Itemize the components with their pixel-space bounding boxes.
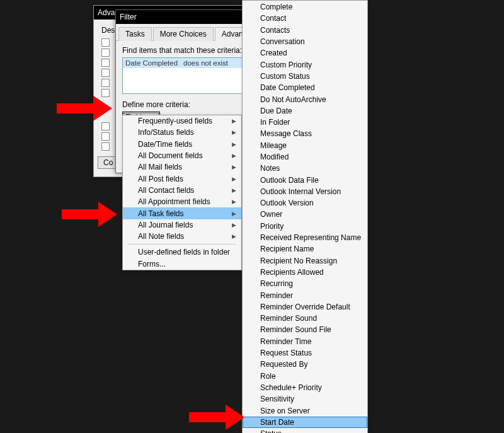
menu-item[interactable]: All Document fields▶ <box>123 150 241 161</box>
menu-item-label: All Task fields <box>138 209 183 218</box>
menu-item[interactable]: Frequently-used fields▶ <box>123 115 241 127</box>
menu-item[interactable]: Contacts <box>243 25 367 36</box>
menu-item[interactable]: Request Status <box>243 347 367 359</box>
menu-item[interactable]: Recipient Name <box>243 243 367 255</box>
menu-item-label: Forms... <box>138 260 166 268</box>
menu-item-label: User-defined fields in folder <box>138 248 230 257</box>
menu-item-label: Do Not AutoArchive <box>260 95 326 104</box>
menu-item-label: All Document fields <box>138 151 203 160</box>
menu-item[interactable]: Custom Priority <box>243 59 367 70</box>
menu-item[interactable]: Reminder Sound File <box>243 324 367 335</box>
menu-item[interactable]: Role <box>243 371 367 382</box>
field-category-menu: Frequently-used fields▶Info/Status field… <box>122 115 242 270</box>
menu-item-label: Conversation <box>260 37 305 46</box>
menu-item-label: All Post fields <box>138 175 183 183</box>
menu-item[interactable]: Received Representing Name <box>243 232 367 243</box>
menu-item[interactable]: All Contact fields▶ <box>123 185 241 196</box>
menu-item[interactable]: Sensitivity <box>243 393 367 405</box>
tab-more-choices[interactable]: More Choices <box>153 27 214 41</box>
checkbox-icon <box>101 59 110 67</box>
menu-item[interactable]: Do Not AutoArchive <box>243 93 367 105</box>
checkbox-icon <box>101 49 110 57</box>
menu-item[interactable]: Start Date <box>243 417 367 428</box>
menu-item-label: Custom Priority <box>260 61 312 69</box>
menu-item-label: Date/Time fields <box>138 140 192 149</box>
menu-item[interactable]: In Folder <box>243 117 367 128</box>
menu-item-label: Requested By <box>260 360 307 369</box>
menu-item[interactable]: Requested By <box>243 359 367 370</box>
menu-item[interactable]: User-defined fields in folder <box>123 246 241 258</box>
checkbox-icon <box>101 132 110 141</box>
chevron-right-icon: ▶ <box>232 141 236 147</box>
chevron-right-icon: ▶ <box>232 211 236 217</box>
menu-item-label: All Journal fields <box>138 221 193 229</box>
menu-item-label: Message Class <box>260 129 312 138</box>
menu-item[interactable]: Status <box>243 428 367 433</box>
menu-item[interactable]: Priority <box>243 221 367 232</box>
menu-item[interactable]: Conversation <box>243 36 367 47</box>
menu-item[interactable]: All Post fields▶ <box>123 173 241 184</box>
menu-separator <box>128 244 236 245</box>
menu-item-label: Size on Server <box>260 407 310 415</box>
menu-item[interactable]: Outlook Internal Version <box>243 186 367 197</box>
tab-tasks[interactable]: Tasks <box>118 27 152 41</box>
menu-item[interactable]: Reminder <box>243 289 367 301</box>
menu-item[interactable]: Forms... <box>123 258 241 270</box>
menu-item-label: All Appointment fields <box>138 197 210 206</box>
menu-item-label: Outlook Internal Version <box>260 187 341 196</box>
chevron-right-icon: ▶ <box>232 129 236 136</box>
menu-item[interactable]: Size on Server <box>243 405 367 416</box>
annotation-arrow-icon <box>189 405 252 430</box>
menu-item[interactable]: Info/Status fields▶ <box>123 127 241 138</box>
menu-item-label: Reminder Sound <box>260 314 317 323</box>
menu-item-label: Priority <box>260 222 284 231</box>
menu-item[interactable]: All Task fields▶ <box>123 207 241 219</box>
menu-item[interactable]: All Journal fields▶ <box>123 219 241 231</box>
menu-item[interactable]: Reminder Sound <box>243 313 367 324</box>
menu-item[interactable]: All Mail fields▶ <box>123 161 241 173</box>
checkbox-icon <box>101 142 110 151</box>
menu-item[interactable]: Date Completed <box>243 82 367 93</box>
criteria-field: Date Completed <box>125 59 183 67</box>
menu-item[interactable]: Outlook Data File <box>243 174 367 185</box>
menu-item[interactable]: Outlook Version <box>243 197 367 209</box>
menu-item-label: Recipient Name <box>260 245 314 253</box>
menu-item[interactable]: Date/Time fields▶ <box>123 139 241 150</box>
menu-item[interactable]: All Appointment fields▶ <box>123 196 241 207</box>
menu-item-label: Recurring <box>260 279 293 288</box>
menu-item-label: Outlook Version <box>260 199 314 207</box>
menu-item[interactable]: Schedule+ Priority <box>243 382 367 393</box>
menu-item[interactable]: Recipient No Reassign <box>243 255 367 267</box>
menu-item[interactable]: Recipients Allowed <box>243 267 367 278</box>
menu-item-label: Mileage <box>260 141 287 150</box>
task-fields-menu: CompleteContactContactsConversationCreat… <box>242 0 368 433</box>
menu-item[interactable]: Complete <box>243 1 367 13</box>
menu-item-label: Modified <box>260 153 289 161</box>
menu-item-label: Info/Status fields <box>138 128 194 137</box>
menu-item-label: All Note fields <box>138 232 184 241</box>
menu-item[interactable]: Recurring <box>243 278 367 289</box>
menu-item[interactable]: Modified <box>243 151 367 163</box>
menu-item-label: Reminder <box>260 291 293 300</box>
chevron-right-icon: ▶ <box>232 118 236 124</box>
menu-item[interactable]: All Note fields▶ <box>123 231 241 242</box>
menu-item[interactable]: Created <box>243 47 367 59</box>
menu-item[interactable]: Reminder Override Default <box>243 301 367 313</box>
menu-item[interactable]: Notes <box>243 163 367 174</box>
chevron-right-icon: ▶ <box>232 187 236 193</box>
menu-item-label: Role <box>260 372 276 381</box>
menu-item-label: Received Representing Name <box>260 233 361 242</box>
chevron-right-icon: ▶ <box>232 176 236 182</box>
menu-item[interactable]: Contact <box>243 13 367 24</box>
menu-item[interactable]: Message Class <box>243 128 367 139</box>
menu-item[interactable]: Reminder Time <box>243 336 367 347</box>
menu-item[interactable]: Due Date <box>243 105 367 117</box>
menu-item-label: Recipients Allowed <box>260 268 324 277</box>
menu-item-label: Reminder Override Default <box>260 303 350 311</box>
menu-item[interactable]: Owner <box>243 209 367 220</box>
chevron-right-icon: ▶ <box>232 222 236 228</box>
menu-item[interactable]: Custom Status <box>243 71 367 82</box>
chevron-right-icon: ▶ <box>232 153 236 159</box>
menu-item[interactable]: Mileage <box>243 140 367 151</box>
checkbox-icon <box>101 122 110 130</box>
